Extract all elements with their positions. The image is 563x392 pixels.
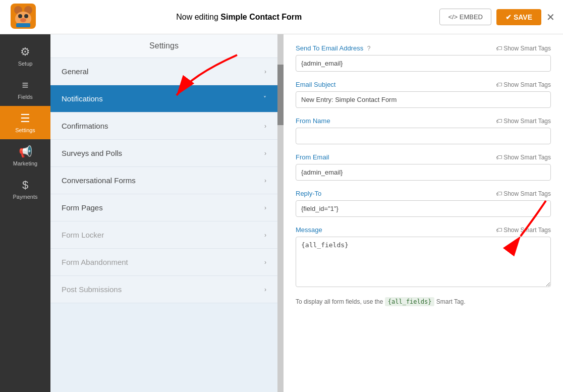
svg-point-4 [18,14,22,18]
field-label-message: Message 🏷 Show Smart Tags [296,226,551,234]
hint-code: {all_fields} [385,297,435,306]
sidebar-item-label-payments: Payments [13,194,38,200]
field-group-email-subject: Email Subject 🏷 Show Smart Tags [296,81,551,108]
sidebar-item-label-setup: Setup [18,61,33,67]
sidebar-item-form-abandonment: Form Abandonment › [50,249,277,276]
label-text-email-subject: Email Subject [296,81,335,88]
sidebar-item-post-submissions: Post Submissions › [50,276,277,303]
chevron-down-icon: ˅ [263,95,266,102]
chevron-right-icon-surveys: › [264,150,266,157]
smart-tags-link-from-name[interactable]: 🏷 Show Smart Tags [496,118,551,125]
label-text-send-to-email: Send To Email Address ? [296,44,370,52]
smart-tags-link-email-subject[interactable]: 🏷 Show Smart Tags [496,81,551,88]
tag-icon-0: 🏷 [496,45,502,52]
sidebar-item-payments[interactable]: $ Payments [0,173,50,206]
sidebar-item-label-settings: Settings [15,127,35,133]
field-group-send-to-email: Send To Email Address ? 🏷 Show Smart Tag… [296,44,551,72]
nav-label-notifications: Notifications [62,94,103,103]
marketing-icon: 📢 [19,145,32,158]
textarea-message[interactable]: {all_fields} [296,237,551,287]
topbar: Now editing Simple Contact Form </> EMBE… [0,0,563,34]
sidebar-item-notifications[interactable]: Notifications ˅ [50,85,277,113]
field-label-reply-to: Reply-To 🏷 Show Smart Tags [296,190,551,197]
nav-label-confirmations: Confirmations [62,122,108,130]
field-label-from-name: From Name 🏷 Show Smart Tags [296,117,551,125]
field-label-send-to-email: Send To Email Address ? 🏷 Show Smart Tag… [296,44,551,52]
field-label-email-subject: Email Subject 🏷 Show Smart Tags [296,81,551,88]
chevron-right-icon-conv: › [264,177,266,184]
sidebar-item-settings[interactable]: ☰ Settings [0,106,50,139]
chevron-right-icon: › [264,68,266,75]
field-group-reply-to: Reply-To 🏷 Show Smart Tags [296,190,551,217]
field-group-from-name: From Name 🏷 Show Smart Tags [296,117,551,144]
label-text-from-name: From Name [296,117,330,125]
svg-rect-7 [16,23,30,27]
tag-icon-2: 🏷 [496,118,502,125]
main-layout: ⚙ Setup ≡ Fields ☰ Settings 📢 Marketing … [0,34,563,392]
nav-panel-wrapper: Settings General › Notifications ˅ [50,34,284,392]
sidebar-item-setup[interactable]: ⚙ Setup [0,39,50,73]
nav-label-form-abandonment: Form Abandonment [62,258,128,266]
sidebar-item-general[interactable]: General › [50,58,277,85]
tag-icon-3: 🏷 [496,154,502,161]
sidebar-item-fields[interactable]: ≡ Fields [0,73,50,106]
sidebar-item-surveys-polls[interactable]: Surveys and Polls › [50,140,277,167]
close-button[interactable]: ✕ [546,11,555,23]
label-text-message: Message [296,226,322,234]
input-email-subject[interactable] [296,91,551,108]
hint-text: To display all form fields, use the {all… [296,298,551,305]
nav-panel: Settings General › Notifications ˅ [50,34,277,392]
setup-icon: ⚙ [20,45,30,59]
input-send-to-email[interactable] [296,55,551,72]
settings-icon: ☰ [20,112,30,125]
nav-label-post-submissions: Post Submissions [62,285,122,294]
nav-label-form-locker: Form Locker [62,231,104,239]
chevron-right-icon-abandon: › [264,259,266,266]
logo [8,1,38,33]
field-group-message: Message 🏷 Show Smart Tags {all_fields} [296,226,551,289]
topbar-actions: </> EMBED ✔ SAVE ✕ [439,9,555,25]
fields-icon: ≡ [22,79,29,92]
field-group-from-email: From Email 🏷 Show Smart Tags [296,153,551,181]
settings-label: Settings [50,34,277,58]
field-label-from-email: From Email 🏷 Show Smart Tags [296,153,551,161]
embed-button[interactable]: </> EMBED [439,9,491,25]
chevron-right-icon-locker: › [264,232,266,239]
payments-icon: $ [22,179,28,192]
save-button[interactable]: ✔ SAVE [496,9,541,25]
sidebar-item-form-locker: Form Locker › [50,221,277,249]
nav-label-conversational-forms: Conversational Forms [62,176,136,185]
sidebar-item-marketing[interactable]: 📢 Marketing [0,139,50,173]
smart-tags-link-send-to-email[interactable]: 🏷 Show Smart Tags [496,45,551,52]
label-text-from-email: From Email [296,153,329,161]
input-from-name[interactable] [296,128,551,144]
nav-label-general: General [62,67,88,76]
chevron-right-icon-confirmations: › [264,123,266,130]
tag-icon-4: 🏷 [496,190,502,197]
nav-label-surveys-polls: Surveys and Polls [62,149,122,157]
sidebar-item-confirmations[interactable]: Confirmations › [50,113,277,140]
input-reply-to[interactable] [296,200,551,217]
scroll-track[interactable] [277,34,284,392]
content-panel: Send To Email Address ? 🏷 Show Smart Tag… [284,34,563,392]
tag-icon-5: 🏷 [496,227,502,234]
label-text-reply-to: Reply-To [296,190,321,197]
help-icon-send-to-email[interactable]: ? [367,45,371,52]
input-from-email[interactable] [296,164,551,181]
nav-label-form-pages: Form Pages [62,203,103,212]
svg-point-6 [20,18,26,22]
chevron-right-icon-pages: › [264,204,266,211]
sidebar-item-label-marketing: Marketing [13,160,37,166]
left-sidebar: ⚙ Setup ≡ Fields ☰ Settings 📢 Marketing … [0,34,50,392]
chevron-right-icon-post: › [264,286,266,293]
smart-tags-link-message[interactable]: 🏷 Show Smart Tags [496,227,551,234]
smart-tags-link-from-email[interactable]: 🏷 Show Smart Tags [496,154,551,161]
svg-point-5 [24,14,28,18]
sidebar-item-label-fields: Fields [18,94,32,100]
sidebar-item-form-pages[interactable]: Form Pages › [50,194,277,221]
smart-tags-link-reply-to[interactable]: 🏷 Show Smart Tags [496,190,551,197]
sidebar-item-conversational-forms[interactable]: Conversational Forms › [50,167,277,194]
scroll-thumb[interactable] [277,65,284,125]
tag-icon-1: 🏷 [496,81,502,88]
topbar-title: Now editing Simple Contact Form [176,13,302,22]
